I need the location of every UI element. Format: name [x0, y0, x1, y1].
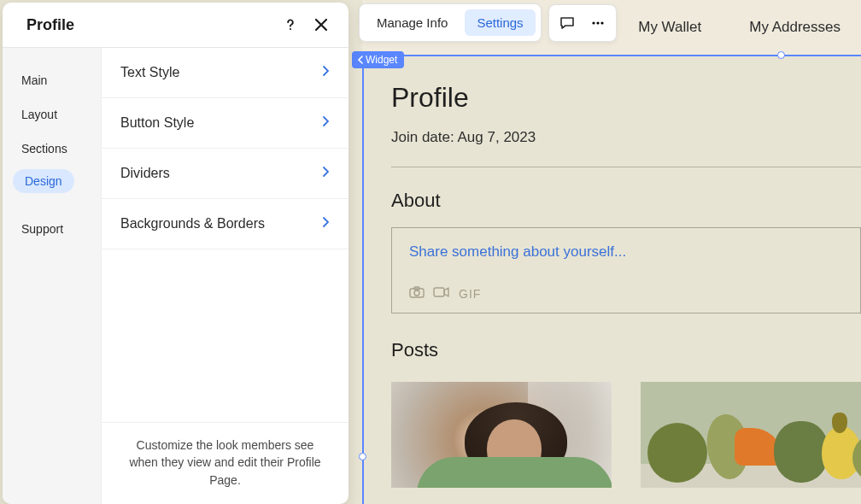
help-icon[interactable] — [280, 15, 301, 35]
row-label: Dividers — [120, 166, 170, 181]
row-label: Backgrounds & Borders — [120, 216, 265, 231]
widget-tag-label: Widget — [366, 54, 397, 66]
chevron-right-icon — [321, 115, 330, 131]
sidebar-item-layout[interactable]: Layout — [13, 101, 91, 128]
sidebar-item-sections[interactable]: Sections — [13, 135, 91, 162]
row-label: Text Style — [120, 65, 179, 80]
row-text-style[interactable]: Text Style — [102, 48, 348, 98]
chevron-right-icon — [321, 166, 330, 181]
selection-handle-top[interactable] — [777, 51, 785, 59]
row-label: Button Style — [120, 115, 194, 131]
chevron-left-icon — [357, 56, 364, 64]
sidebar-item-main[interactable]: Main — [13, 67, 91, 94]
chevron-right-icon — [321, 65, 330, 80]
widget-action-toolbar: Manage Info Settings — [359, 3, 617, 42]
post-card-2[interactable] — [641, 382, 861, 488]
about-placeholder: Share something about yourself... — [409, 243, 843, 261]
panel-header: Profile — [3, 3, 348, 48]
settings-panel: Profile Main Layout Sections Design Supp… — [3, 3, 348, 504]
about-media-icons: GIF — [409, 286, 843, 301]
divider — [391, 167, 861, 167]
panel-body: Main Layout Sections Design Support Text… — [3, 48, 348, 504]
row-dividers[interactable]: Dividers — [102, 149, 348, 199]
tab-my-addresses[interactable]: My Addresses — [749, 19, 840, 36]
svg-point-4 — [414, 290, 419, 296]
svg-point-1 — [596, 21, 599, 24]
toolbar-extra-group — [548, 4, 617, 42]
panel-sidebar: Main Layout Sections Design Support — [3, 48, 102, 504]
panel-title: Profile — [26, 16, 74, 34]
profile-preview: Profile Join date: Aug 7, 2023 About Sha… — [391, 82, 861, 488]
panel-footer-text: Customize the look members see when they… — [102, 422, 348, 504]
panel-content: Text Style Button Style Dividers — [102, 48, 348, 504]
svg-rect-6 — [434, 288, 444, 296]
join-date: Join date: Aug 7, 2023 — [391, 129, 861, 146]
settings-button[interactable]: Settings — [465, 9, 535, 36]
panel-actions — [280, 15, 331, 35]
sidebar-item-design[interactable]: Design — [13, 169, 74, 193]
svg-point-7 — [290, 28, 291, 30]
profile-title: Profile — [391, 82, 861, 114]
row-backgrounds-borders[interactable]: Backgrounds & Borders — [102, 199, 348, 249]
manage-info-button[interactable]: Manage Info — [365, 9, 460, 36]
tab-my-wallet[interactable]: My Wallet — [638, 19, 701, 36]
svg-point-2 — [600, 21, 603, 24]
widget-tag[interactable]: Widget — [352, 51, 404, 68]
gif-button[interactable]: GIF — [459, 287, 481, 301]
chevron-right-icon — [321, 216, 330, 231]
more-icon[interactable] — [585, 10, 611, 36]
row-button-style[interactable]: Button Style — [102, 98, 348, 149]
video-icon[interactable] — [433, 286, 450, 301]
close-icon[interactable] — [311, 15, 331, 35]
comment-icon[interactable] — [554, 10, 580, 36]
post-card-1[interactable] — [391, 382, 612, 488]
about-heading: About — [391, 190, 861, 212]
camera-icon[interactable] — [409, 286, 425, 301]
posts-heading: Posts — [391, 339, 861, 361]
selection-handle-left[interactable] — [359, 453, 366, 460]
posts-row — [391, 382, 861, 488]
design-list: Text Style Button Style Dividers — [102, 48, 348, 422]
svg-point-0 — [592, 21, 594, 24]
about-input-box[interactable]: Share something about yourself... GIF — [391, 227, 861, 314]
toolbar-main-group: Manage Info Settings — [359, 3, 542, 42]
sidebar-item-support[interactable]: Support — [13, 215, 91, 243]
